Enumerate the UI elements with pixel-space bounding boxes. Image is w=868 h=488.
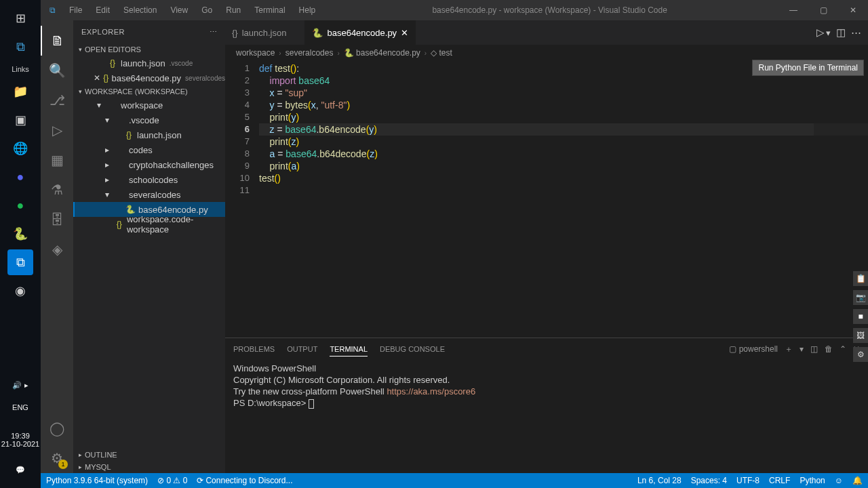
panel-tabs: PROBLEMSOUTPUTTERMINALDEBUG CONSOLE ▢ po… (225, 338, 868, 360)
activity-bar: 🗎 🔍 ⎇ ▷ ▦ ⚗ 🗄 ◈ ◯ ⚙ (41, 20, 73, 473)
indent-status[interactable]: Spaces: 4 (691, 476, 727, 485)
cursor-position[interactable]: Ln 6, Col 28 (637, 476, 682, 485)
open-editors-section[interactable]: ▾OPEN EDITORS (73, 43, 225, 56)
titlebar: ⧉ FileEditSelectionViewGoRunTerminalHelp… (41, 0, 868, 20)
panel-tab-debug-console[interactable]: DEBUG CONSOLE (380, 342, 445, 356)
debug-icon[interactable]: ▷ (41, 115, 73, 145)
tree-item[interactable]: ▾severalcodes (73, 187, 225, 202)
breadcrumb-item[interactable]: severalcodes (285, 48, 334, 58)
maximize-button[interactable]: ▢ (808, 5, 838, 15)
breadcrumb-item[interactable]: 🐍 base64encode.py (344, 48, 420, 58)
menu-run[interactable]: Run (220, 3, 246, 18)
menu-help[interactable]: Help (294, 3, 321, 18)
layers-icon[interactable]: ◈ (41, 235, 73, 264)
run-tooltip: Run Python File in Terminal (752, 60, 864, 76)
explorer-icon[interactable]: 🗎 (41, 26, 73, 56)
minimize-button[interactable]: ― (778, 5, 808, 15)
discord-icon[interactable]: ● (7, 164, 33, 190)
start-button[interactable]: ⊞ (7, 5, 33, 31)
panel-tab-terminal[interactable]: TERMINAL (330, 342, 368, 357)
shell-selector[interactable]: ▢ powershell (729, 342, 778, 357)
tree-item[interactable]: ▸schoolcodes (73, 172, 225, 187)
mysql-section[interactable]: ▸MYSQL (73, 461, 225, 473)
clipboard-icon[interactable]: 📋 (853, 271, 868, 286)
kill-terminal-icon[interactable]: 🗑 (825, 342, 833, 357)
testing-icon[interactable]: ⚗ (41, 175, 73, 205)
menu-view[interactable]: View (165, 3, 193, 18)
breadcrumb-item[interactable]: workspace (236, 48, 275, 58)
account-icon[interactable]: ◯ (41, 413, 73, 443)
settings-icon[interactable]: ⚙ (41, 443, 73, 473)
camera-icon[interactable]: 📷 (853, 290, 868, 305)
terminal-output[interactable]: Windows PowerShellCopyright (C) Microsof… (225, 360, 868, 473)
tree-item[interactable]: {}launch.json (73, 127, 225, 142)
terminal-dropdown-icon[interactable]: ▾ (800, 342, 804, 357)
workspace-section[interactable]: ▾WORKSPACE (WORKSPACE) (73, 85, 225, 98)
gallery-icon[interactable]: 🖼 (853, 328, 868, 343)
editor-tab[interactable]: 🐍base64encode.py✕ (305, 20, 416, 45)
menu-selection[interactable]: Selection (118, 3, 162, 18)
open-editor-item[interactable]: ✕{}base64encode.pyseveralcodes (73, 70, 225, 85)
explorer-title: EXPLORER (81, 28, 125, 36)
outline-section[interactable]: ▸OUTLINE (73, 449, 225, 461)
menu-terminal[interactable]: Terminal (249, 3, 290, 18)
menu-bar: FileEditSelectionViewGoRunTerminalHelp (64, 3, 321, 18)
spotify-icon[interactable]: ● (7, 192, 33, 218)
panel: PROBLEMSOUTPUTTERMINALDEBUG CONSOLE ▢ po… (225, 338, 868, 473)
search-icon[interactable]: 🔍 (41, 56, 73, 85)
extensions-icon[interactable]: ▦ (41, 145, 73, 175)
gear-icon[interactable]: ⚙ (853, 347, 868, 362)
editor-tab[interactable]: {}launch.json✕ (225, 20, 305, 45)
vscode-logo-icon: ⧉ (41, 5, 64, 15)
explorer-sidebar: EXPLORER ⋯ ▾OPEN EDITORS {}launch.json.v… (73, 20, 225, 473)
panel-tab-output[interactable]: OUTPUT (287, 342, 317, 356)
eol-status[interactable]: CRLF (769, 476, 790, 485)
terminal-icon[interactable]: ▣ (7, 107, 33, 133)
problems-count[interactable]: ⊘ 0 ⚠ 0 (157, 476, 187, 485)
chrome-icon[interactable]: 🌐 (7, 136, 33, 161)
tree-item[interactable]: ▸codes (73, 142, 225, 157)
language-status[interactable]: Python (800, 476, 825, 485)
status-bar: Python 3.9.6 64-bit (system) ⊘ 0 ⚠ 0 ⟳ C… (41, 473, 868, 488)
database-icon[interactable]: 🗄 (41, 205, 73, 235)
tree-item[interactable]: ▸cryptohackchallenges (73, 157, 225, 172)
folder-icon[interactable]: 📁 (7, 79, 33, 104)
bell-icon[interactable]: 🔔 (852, 476, 863, 485)
panel-tab-problems[interactable]: PROBLEMS (233, 342, 275, 356)
vscode-taskbar-icon[interactable]: ⧉ (7, 249, 33, 275)
side-toolbar: 📋 📷 ■ 🖼 ⚙ (853, 271, 868, 362)
editor-tabs: {}launch.json✕🐍base64encode.py✕ ▷▾ ◫ ⋯ (225, 20, 868, 45)
menu-file[interactable]: File (64, 3, 87, 18)
editor-more-icon[interactable]: ⋯ (851, 26, 861, 39)
explorer-more-icon[interactable]: ⋯ (210, 28, 218, 37)
tree-item[interactable]: ▾.vscode (73, 113, 225, 127)
run-button[interactable]: ▷▾ (816, 26, 831, 39)
tree-item[interactable]: {}workspace.code-workspace (73, 217, 225, 232)
python-interpreter[interactable]: Python 3.9.6 64-bit (system) (46, 476, 148, 485)
close-button[interactable]: ✕ (838, 5, 868, 15)
new-terminal-icon[interactable]: ＋ (785, 341, 793, 358)
open-editor-item[interactable]: {}launch.json.vscode (73, 56, 225, 70)
window-title: base64encode.py - workspace (Workspace) … (321, 5, 778, 15)
menu-go[interactable]: Go (196, 3, 218, 18)
breadcrumb-item[interactable]: ◇ test (431, 48, 452, 58)
python-icon[interactable]: 🐍 (7, 221, 33, 247)
scm-icon[interactable]: ⎇ (41, 85, 73, 115)
record-icon[interactable]: ■ (853, 309, 868, 324)
tree-item[interactable]: ▾workspace (73, 98, 225, 113)
feedback-icon[interactable]: ☺ (835, 476, 843, 485)
vscode-window: ⧉ FileEditSelectionViewGoRunTerminalHelp… (41, 0, 868, 488)
split-terminal-icon[interactable]: ◫ (810, 342, 818, 357)
vscode-icon[interactable]: ⧉ (7, 34, 33, 60)
encoding-status[interactable]: UTF-8 (736, 476, 760, 485)
split-editor-icon[interactable]: ◫ (836, 26, 846, 39)
windows-taskbar: ⊞ ⧉ Links 📁 ▣ 🌐 ● ● 🐍 ⧉ ◉ 🔊 ▸ ENG 19:39 … (0, 0, 41, 488)
obs-icon[interactable]: ◉ (7, 278, 33, 304)
code-editor[interactable]: 1234567891011 def test(): import base64 … (225, 61, 868, 338)
menu-edit[interactable]: Edit (90, 3, 115, 18)
discord-status[interactable]: ⟳ Connecting to Discord... (197, 476, 292, 485)
close-tab-icon[interactable]: ✕ (401, 28, 408, 38)
taskbar-clock[interactable]: 🔊 ▸ ENG 19:39 21-10-2021 💬 (1, 378, 39, 488)
breadcrumb[interactable]: workspace›severalcodes›🐍 base64encode.py… (225, 45, 868, 61)
panel-maximize-icon[interactable]: ⌃ (840, 342, 846, 357)
